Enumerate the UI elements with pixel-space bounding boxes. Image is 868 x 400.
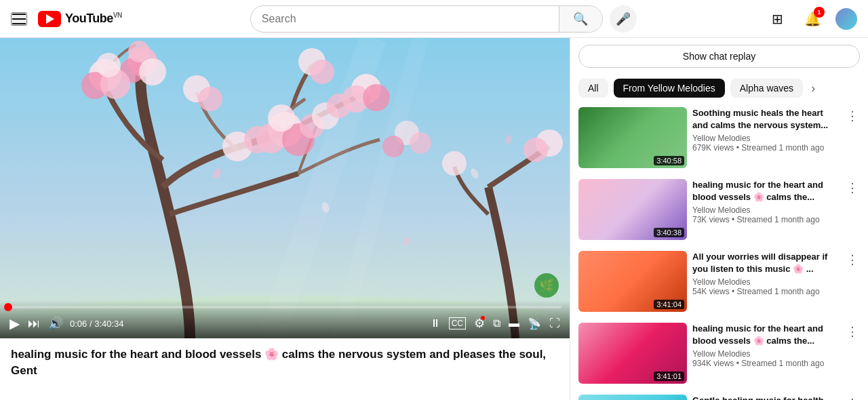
header: YouTubeVN 🔍 🎤 ⊞ 🔔 1 xyxy=(0,0,868,38)
header-left: YouTubeVN xyxy=(11,11,122,27)
item-meta: 54K views • Streamed 1 month ago xyxy=(692,287,840,296)
volume-icon: 🔊 xyxy=(48,316,63,331)
item-more-button[interactable]: ⋮ xyxy=(845,107,860,125)
chip-from-yellow-melodies[interactable]: From Yellow Melodies xyxy=(614,79,725,98)
svg-point-9 xyxy=(96,53,121,77)
item-info: All your worries will disappear if you l… xyxy=(692,251,840,296)
svg-point-35 xyxy=(524,138,548,162)
svg-point-13 xyxy=(268,104,295,132)
item-more-button[interactable]: ⋮ xyxy=(845,179,860,197)
header-center: 🔍 🎤 xyxy=(122,5,765,33)
cast-button[interactable]: 📡 xyxy=(526,316,542,332)
captions-button[interactable]: CC xyxy=(448,316,467,331)
pause-preview-button[interactable]: ⏸ xyxy=(429,316,442,331)
svg-point-23 xyxy=(244,126,271,153)
fullscreen-button[interactable]: ⛶ xyxy=(548,316,561,331)
notifications-button[interactable]: 🔔 1 xyxy=(800,7,825,31)
captions-icon: CC xyxy=(449,317,466,329)
filter-chips: All From Yellow Melodies Alpha waves › xyxy=(570,75,868,102)
player-controls: ▶ ⏭ 🔊 0:06 / 3:40:34 ⏸ xyxy=(0,300,570,338)
item-title: All your worries will disappear if you l… xyxy=(692,251,840,275)
chat-replay-button[interactable]: Show chat replay xyxy=(578,45,860,68)
item-channel: Yellow Melodies xyxy=(692,205,840,215)
main-content: 🌿 ▶ ⏭ 🔊 xyxy=(0,38,868,400)
thumbnail-wrap: 3:40:38 xyxy=(578,179,687,240)
item-title: healing music for the heart and blood ve… xyxy=(692,323,840,347)
item-more-button[interactable]: ⋮ xyxy=(845,251,860,268)
svg-point-5 xyxy=(128,41,150,62)
header-right: ⊞ 🔔 1 xyxy=(765,7,857,31)
thumbnail-wrap xyxy=(578,395,687,400)
progress-bar[interactable] xyxy=(8,306,561,308)
playlist-item[interactable]: Gentle healing music for health Yellow M… xyxy=(576,389,863,400)
item-meta: 679K views • Streamed 1 month ago xyxy=(692,143,840,153)
video-info: healing music for the heart and blood ve… xyxy=(0,338,570,379)
sidebar: Show chat replay All From Yellow Melodie… xyxy=(570,38,868,400)
thumbnail-wrap: 3:40:58 xyxy=(578,107,687,168)
playlist-item[interactable]: 3:41:01 healing music for the heart and … xyxy=(576,317,863,389)
miniplayer-button[interactable]: ⧉ xyxy=(492,316,502,331)
settings-button[interactable]: ⚙ xyxy=(473,315,486,332)
video-background: 🌿 xyxy=(0,38,570,338)
chip-all[interactable]: All xyxy=(578,79,608,98)
skip-icon: ⏭ xyxy=(28,317,40,331)
thumbnail-wrap: 3:41:01 xyxy=(578,323,687,384)
playlist-item[interactable]: 3:40:38 healing music for the heart and … xyxy=(576,174,863,245)
video-title: healing music for the heart and blood ve… xyxy=(11,346,559,379)
item-info: healing music for the heart and blood ve… xyxy=(692,323,840,368)
yt-logo-icon: YouTubeVN xyxy=(38,11,122,27)
svg-point-27 xyxy=(410,132,431,154)
time-display: 0:06 / 3:40:34 xyxy=(70,319,124,329)
play-icon: ▶ xyxy=(9,315,20,332)
search-bar: 🔍 xyxy=(250,5,603,33)
theater-mode-button[interactable]: ▬ xyxy=(507,316,521,331)
next-button[interactable]: ⏭ xyxy=(26,315,41,332)
watermark-icon: 🌿 xyxy=(534,273,559,298)
video-duration: 3:41:01 xyxy=(654,372,684,381)
svg-point-19 xyxy=(310,60,334,84)
thumbnail xyxy=(578,395,687,400)
volume-button[interactable]: 🔊 xyxy=(47,315,64,332)
channel-watermark[interactable]: 🌿 xyxy=(534,273,559,298)
youtube-logo[interactable]: YouTubeVN xyxy=(38,11,122,27)
theater-icon: ▬ xyxy=(509,317,519,329)
menu-button[interactable] xyxy=(11,12,27,26)
item-more-button[interactable]: ⋮ xyxy=(845,395,860,400)
mic-icon: 🎤 xyxy=(616,12,631,26)
search-input[interactable] xyxy=(251,13,559,25)
svg-point-21 xyxy=(198,87,222,111)
video-duration: 3:41:04 xyxy=(654,300,684,309)
video-duration: 3:40:58 xyxy=(654,156,684,165)
item-title: Gentle healing music for health xyxy=(692,395,840,400)
settings-red-dot xyxy=(481,316,485,320)
svg-point-4 xyxy=(139,58,166,85)
playlist-item[interactable]: 3:41:04 All your worries will disappear … xyxy=(576,245,863,317)
cast-icon: 📡 xyxy=(528,317,541,330)
avatar[interactable] xyxy=(835,8,857,30)
thumbnail-wrap: 3:41:04 xyxy=(578,251,687,312)
item-meta: 934K views • Streamed 1 month ago xyxy=(692,359,840,368)
video-duration: 3:40:38 xyxy=(654,228,684,237)
video-player[interactable]: 🌿 ▶ ⏭ 🔊 xyxy=(0,38,570,338)
item-title: healing music for the heart and blood ve… xyxy=(692,179,840,203)
search-button[interactable]: 🔍 xyxy=(559,5,602,33)
item-more-button[interactable]: ⋮ xyxy=(845,323,860,340)
create-button[interactable]: ⊞ xyxy=(765,7,789,31)
play-button[interactable]: ▶ xyxy=(8,314,21,333)
chip-next-button[interactable]: › xyxy=(811,81,815,96)
chip-alpha-waves[interactable]: Alpha waves xyxy=(730,79,803,98)
item-channel: Yellow Melodies xyxy=(692,349,840,359)
notification-badge: 1 xyxy=(814,7,825,18)
progress-dot xyxy=(4,303,12,311)
search-icon: 🔍 xyxy=(573,12,588,26)
item-info: Gentle healing music for health Yellow M… xyxy=(692,395,840,400)
video-section: 🌿 ▶ ⏭ 🔊 xyxy=(0,38,570,400)
item-info: healing music for the heart and blood ve… xyxy=(692,179,840,224)
miniplayer-icon: ⧉ xyxy=(493,317,500,329)
item-channel: Yellow Melodies xyxy=(692,277,840,287)
voice-search-button[interactable]: 🎤 xyxy=(610,5,637,33)
playlist-item[interactable]: 3:40:58 Soothing music heals the heart a… xyxy=(576,102,863,174)
pause-icon: ⏸ xyxy=(430,317,441,329)
fullscreen-icon: ⛶ xyxy=(549,317,560,329)
create-icon: ⊞ xyxy=(772,11,783,27)
